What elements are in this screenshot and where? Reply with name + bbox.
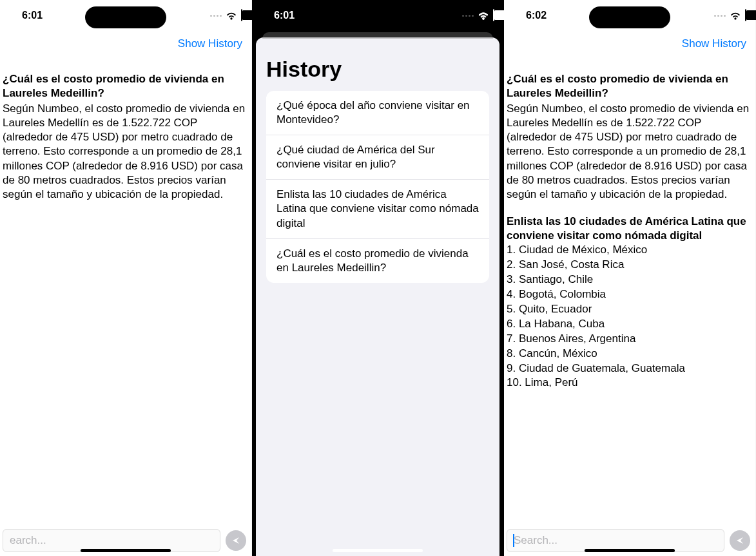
history-title: History [266,57,489,82]
home-indicator [585,549,675,552]
list-item: 6. La Habana, Cuba [507,317,753,332]
status-icons [462,10,494,21]
wifi-icon [226,12,237,20]
modal-backdrop[interactable]: History ¿Qué época del año conviene visi… [252,31,503,556]
cellular-icon [714,15,726,17]
list-block: Enlista las 10 ciudades de América Latin… [507,215,753,391]
nav-bar: Show History [504,31,755,54]
status-time: 6:01 [22,10,43,21]
history-item[interactable]: ¿Qué ciudad de América del Sur conviene … [266,135,489,180]
list-item: 10. Lima, Perú [507,376,753,390]
list-item: 5. Quito, Ecuador [507,302,753,317]
status-bar: 6:01 [0,0,251,31]
dynamic-island [589,6,670,28]
list-item: 3. Santiago, Chile [507,273,753,287]
show-history-link[interactable]: Show History [682,37,746,50]
battery-icon [493,10,494,21]
text-cursor [513,534,514,547]
status-icons [714,10,746,21]
list-item: 7. Buenos Aires, Argentina [507,332,753,347]
home-indicator [81,549,171,552]
phone-screen-3: 6:02 Show History ¿Cuál es el costo prom… [504,0,756,556]
status-icons [210,10,242,21]
phone-screen-2: 6:01 History ¿Qué época del año conviene… [252,0,504,556]
cellular-icon [462,15,474,17]
wifi-icon [730,12,741,20]
history-item[interactable]: ¿Qué época del año conviene visitar en M… [266,91,489,135]
status-bar: 6:01 [252,0,503,31]
battery-icon [745,10,746,21]
phone-screen-1: 6:01 Show History ¿Cuál es el costo prom… [0,0,252,556]
list-item: 9. Ciudad de Guatemala, Guatemala [507,361,753,376]
history-list: ¿Qué época del año conviene visitar en M… [266,91,489,283]
history-item[interactable]: ¿Cuál es el costo promedio de vivienda e… [266,239,489,283]
wifi-icon [478,12,489,20]
list-question: Enlista las 10 ciudades de América Latin… [507,215,753,243]
nav-bar: Show History [0,31,251,54]
question-text: ¿Cuál es el costo promedio de vivienda e… [3,72,249,101]
status-time: 6:01 [274,10,295,21]
status-bar: 6:02 [504,0,755,31]
list-item: 8. Cancún, México [507,347,753,361]
list-item: 2. San José, Costa Rica [507,258,753,273]
status-time: 6:02 [526,10,547,21]
show-history-link[interactable]: Show History [178,37,242,50]
battery-icon [241,10,242,21]
answer-text: Según Numbeo, el costo promedio de vivie… [3,102,249,202]
history-modal: History ¿Qué época del año conviene visi… [256,37,499,556]
chat-content: ¿Cuál es el costo promedio de vivienda e… [504,54,755,525]
list-item: 4. Bogotá, Colombia [507,287,753,302]
send-button[interactable] [226,530,246,551]
dynamic-island [85,6,166,28]
send-button[interactable] [730,530,750,551]
question-text: ¿Cuál es el costo promedio de vivienda e… [507,72,753,101]
list-item: 1. Ciudad de México, México [507,243,753,258]
history-item[interactable]: Enlista las 10 ciudades de América Latin… [266,180,489,238]
cellular-icon [210,15,222,17]
home-indicator [333,549,423,552]
answer-text: Según Numbeo, el costo promedio de vivie… [507,102,753,202]
city-list: 1. Ciudad de México, México 2. San José,… [507,243,753,390]
chat-content: ¿Cuál es el costo promedio de vivienda e… [0,54,251,525]
